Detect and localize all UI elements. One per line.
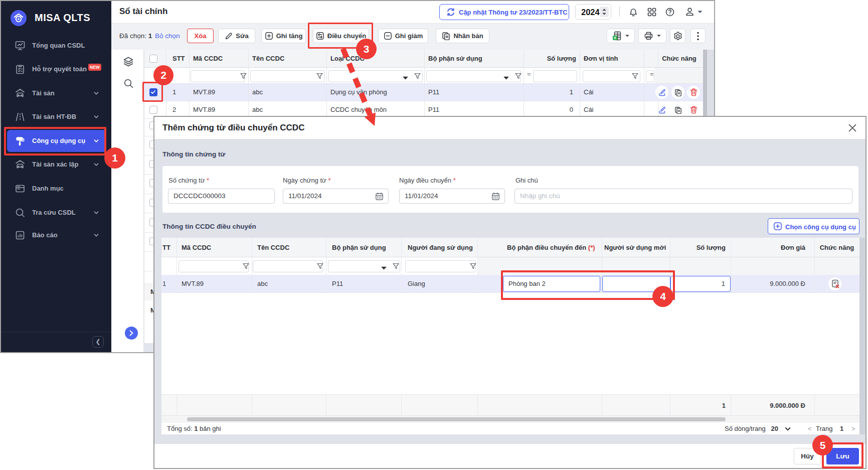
svg-text:X: X [613,36,616,40]
